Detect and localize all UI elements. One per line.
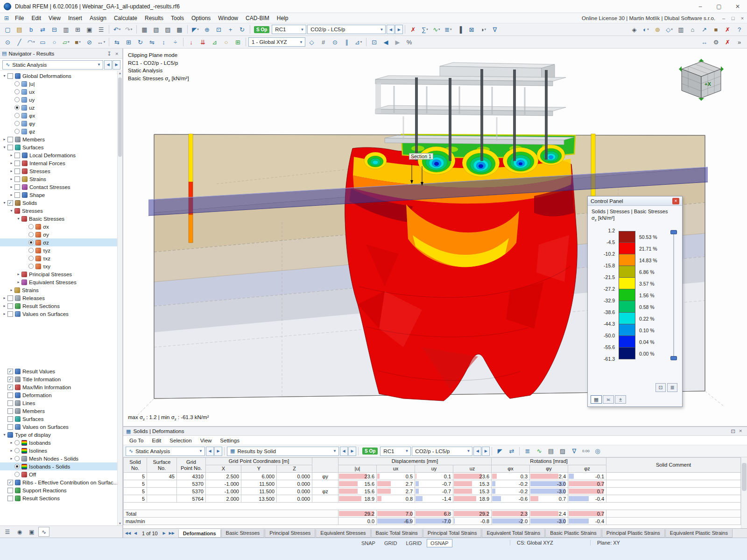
table-solve-options-badge[interactable]: S Op — [362, 448, 378, 455]
result-combination-select[interactable]: RC1▼ — [272, 25, 306, 34]
tree-item-result-values[interactable]: ✓Result Values — [0, 367, 122, 375]
measure-icon[interactable]: ↔ — [699, 37, 710, 47]
zoom-all-icon[interactable]: ⊡ — [369, 37, 380, 47]
area-load-icon[interactable]: ⇊ — [197, 37, 208, 47]
nodal-load-icon[interactable]: ↓ — [186, 37, 197, 47]
tree-item-global-deformations[interactable]: ▾Global Deformations — [0, 72, 122, 80]
scale-tool-icon[interactable]: ↕ — [158, 37, 169, 47]
tree-item-equivalent-stresses[interactable]: ▸Equivalent Stresses — [0, 278, 122, 286]
filter-icon[interactable]: ∇ — [489, 25, 500, 35]
graphics-viewport[interactable]: +X Clipping Plane mode RC1 - CO2/p - LC5… — [123, 49, 747, 427]
tree-item-yz[interactable]: τyz — [0, 246, 122, 254]
tree-item-stresses[interactable]: ▾Stresses — [0, 207, 122, 215]
table-row[interactable]: 54543102.5006.0000.000φy23.60.50.123.60.… — [124, 473, 741, 480]
scale-swatch[interactable] — [619, 313, 635, 324]
solve-options-badge[interactable]: S Op — [254, 26, 269, 33]
settings-icon[interactable]: ⚙ — [711, 37, 721, 47]
tree-item-uy[interactable]: uy — [0, 96, 122, 104]
line-tool-icon[interactable]: ╱ — [14, 37, 25, 47]
color-scale[interactable]: 1.250.53 %-4.521.71 %-10.214.83 %-15.86.… — [592, 231, 678, 359]
tree-item-isobands[interactable]: ▸Isobands — [0, 439, 122, 447]
scale-range-slider[interactable] — [670, 231, 677, 359]
report-icon[interactable]: ▩ — [174, 25, 185, 35]
scale-swatch[interactable] — [619, 231, 635, 243]
scroll-down-icon[interactable]: ▼ — [118, 522, 122, 525]
expander-icon[interactable]: ▸ — [8, 448, 14, 453]
opening-tool-icon[interactable]: ⊘ — [84, 37, 95, 47]
checkbox[interactable] — [7, 137, 13, 142]
table-rc-select[interactable]: RC1▼ — [380, 447, 411, 456]
snap-toggle-lgrid[interactable]: LGRID — [402, 539, 425, 547]
edit-color-scale-icon[interactable]: ≣ — [667, 383, 677, 392]
tree-item-uz[interactable]: uz — [0, 104, 122, 112]
table-tab-basic-plastic-strains[interactable]: Basic Plastic Strains — [545, 529, 601, 538]
tree-item-max-min-information[interactable]: ✓Max/Min Information — [0, 383, 122, 391]
table-loadcase-next-icon[interactable]: ▶ — [482, 447, 490, 456]
copy-tool-icon[interactable]: ⊞ — [123, 37, 134, 47]
checkbox[interactable]: ✓ — [7, 480, 13, 485]
radio-button[interactable] — [14, 129, 20, 134]
menu-item-window[interactable]: Window — [214, 14, 242, 22]
view-next-icon[interactable]: ▶ — [392, 37, 403, 47]
checkbox[interactable] — [7, 295, 13, 301]
expander-icon[interactable]: ▾ — [8, 209, 14, 213]
table-row[interactable]: 55370-1.00011.5000.00015.62.7-0.715.3-0.… — [124, 480, 741, 488]
snap-settings-icon[interactable]: ⊙ — [330, 37, 340, 47]
close-document-icon[interactable]: × — [738, 15, 747, 21]
print-graphic-icon[interactable]: ▥ — [676, 25, 686, 35]
menu-item-view[interactable]: View — [45, 14, 64, 22]
analysis-next-icon[interactable]: ▶ — [113, 60, 120, 70]
result-values-icon[interactable]: ≣▾ — [443, 25, 453, 35]
expander-icon[interactable]: ▸ — [1, 296, 7, 300]
table-row[interactable]: 557642.00013.5000.00018.90.8-1.418.9-0.6… — [124, 495, 741, 503]
table-tab-equivalent-stresses[interactable]: Equivalent Stresses — [316, 529, 370, 538]
save-color-scale-icon[interactable]: ⊡ — [655, 383, 666, 392]
expander-icon[interactable]: ▸ — [8, 177, 14, 181]
expander-icon[interactable]: ▸ — [8, 153, 14, 157]
menu-item-results[interactable]: Results — [141, 14, 167, 22]
checkbox[interactable] — [7, 73, 13, 79]
blocks-icon[interactable]: ■ — [711, 25, 721, 35]
tree-item-z[interactable]: σz — [0, 238, 122, 246]
table-printout-icon[interactable]: ▧ — [151, 25, 162, 35]
loadcase-select[interactable]: CO2/p - LC5/p▼ — [307, 25, 386, 34]
visibility-icon[interactable]: ◑▾ — [478, 25, 488, 35]
table-scrollbar[interactable] — [741, 457, 747, 528]
tree-item-members[interactable]: Members — [0, 407, 122, 415]
show-values-icon[interactable]: ≣ — [522, 446, 533, 456]
slider-handle-top[interactable] — [670, 230, 677, 234]
menu-item-edit[interactable]: Edit — [28, 14, 45, 22]
export-table-icon[interactable]: ▨ — [557, 446, 568, 456]
tree-item-strains[interactable]: ▸Strains — [0, 286, 122, 294]
print-icon[interactable]: ▥ — [61, 25, 71, 35]
workplane-icon[interactable]: ◇ — [306, 37, 317, 47]
hinge-icon[interactable]: ○ — [221, 37, 232, 47]
tree-item-values-on-surfaces[interactable]: Values on Surfaces — [0, 423, 122, 431]
expander-icon[interactable]: ▾ — [1, 201, 7, 205]
tree-item-result-sections[interactable]: ▸Result Sections — [0, 302, 122, 310]
render-mode-icon[interactable]: ◐▾ — [641, 25, 651, 35]
close-panel-icon[interactable]: × — [737, 428, 744, 434]
tree-item-strains[interactable]: ▸Strains — [0, 175, 122, 183]
tree-item-isolines[interactable]: ▸Isolines — [0, 447, 122, 455]
results-by-prev-icon[interactable]: ◀ — [340, 447, 348, 456]
view-prev-icon[interactable]: ◀ — [381, 37, 391, 47]
minimize-document-icon[interactable]: ‒ — [719, 15, 728, 21]
next-page-icon[interactable]: ▶ — [161, 530, 168, 537]
close-icon[interactable]: × — [672, 198, 679, 204]
mesh-icon[interactable]: ⊞ — [233, 37, 243, 47]
export-graphic-icon[interactable]: ↗ — [699, 25, 710, 35]
table-analysis-next-icon[interactable]: ▶ — [214, 447, 222, 456]
expander-icon[interactable]: ▸ — [8, 441, 14, 445]
radio-button[interactable] — [14, 448, 20, 453]
result-diagram-icon[interactable]: ∿ — [534, 446, 544, 456]
snap-toggle-osnap[interactable]: OSNAP — [427, 539, 452, 547]
tree-item-ribs-effective-contribution-on-surfac[interactable]: ✓Ribs - Effective Contribution on Surfac… — [0, 478, 122, 486]
scale-swatch[interactable] — [619, 301, 635, 313]
dlubal-logo-icon[interactable]: b — [26, 25, 36, 35]
checkbox[interactable] — [7, 311, 13, 317]
results-by-select[interactable]: ▦ Results by Solid ▼ — [227, 447, 339, 456]
first-page-icon[interactable]: ◀◀ — [124, 530, 132, 537]
quick-access-icon[interactable]: ⊞ — [4, 15, 9, 21]
table-loadcase-select[interactable]: CO2/p - LC5/p▼ — [412, 447, 472, 456]
